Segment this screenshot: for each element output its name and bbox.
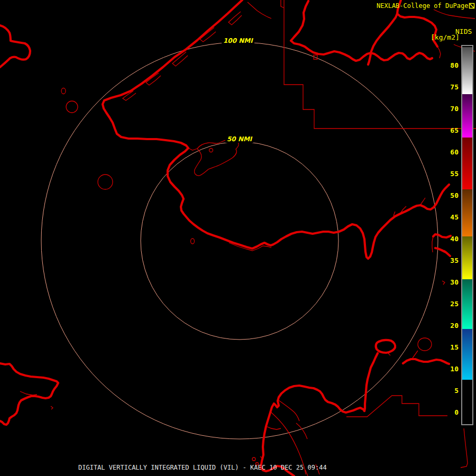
colorbar-tick-75: 75 (446, 83, 459, 91)
coastline-south-island (261, 386, 364, 476)
coastline-north-snake (291, 1, 432, 61)
colorbar-tick-65: 65 (446, 126, 459, 135)
colorbar-tick-35: 35 (446, 257, 459, 265)
product-title: DIGITAL VERTICALLY INTEGRATED LIQUID (VI… (78, 464, 327, 471)
small-lake (66, 101, 78, 113)
colorbar-segment-black (462, 380, 472, 423)
colorbar-segment-blue (462, 329, 472, 380)
small-lake (418, 338, 432, 351)
colorbar-segment-yellow (462, 236, 472, 279)
range-ring-100nmi (41, 42, 438, 439)
small-island (252, 457, 255, 461)
small-lake (98, 175, 113, 189)
colorbar-tick-15: 15 (446, 343, 459, 352)
colorbar-tick-40: 40 (446, 235, 459, 243)
barrier-island-details (123, 0, 317, 100)
colorbar-tick-0: 0 (446, 408, 459, 417)
radar-app: NEXLAB-College of DuPage NIDS [kg/m2] 10… (0, 0, 476, 476)
colorbar-segment-magenta (462, 94, 472, 138)
dupage-logo-icon (469, 2, 475, 9)
range-ring-50nmi (141, 142, 338, 340)
coastline-main (103, 0, 449, 259)
colorbar-tick-50: 50 (446, 191, 459, 200)
colorbar-tick-60: 60 (446, 148, 459, 157)
legend-units: [kg/m2] (431, 34, 460, 41)
colorbar (461, 45, 473, 425)
colorbar-tick-10: 10 (446, 365, 459, 373)
colorbar-segment-red (462, 138, 472, 189)
site-title: NEXLAB-College of DuPage (377, 3, 468, 10)
coastline-southwest-landmass (0, 363, 58, 425)
south-details (20, 243, 418, 476)
colorbar-segment-green (462, 279, 472, 329)
colorbar-gradient (462, 46, 472, 424)
small-lake (191, 239, 195, 244)
coastline-southeast-squiggle (403, 359, 449, 364)
colorbar-tick-55: 55 (446, 170, 459, 178)
state-boundary-southeast (346, 396, 447, 417)
coastlines-thick (0, 0, 451, 476)
colorbar-tick-25: 25 (446, 300, 459, 308)
radar-map (0, 0, 476, 476)
coastline-northwest-landmass (0, 25, 30, 67)
small-island-southeast (376, 340, 396, 353)
boundary-right-edge (461, 428, 468, 468)
colorbar-tick-30: 30 (446, 278, 459, 287)
colorbar-tick-70: 70 (446, 105, 459, 113)
colorbar-tick-80: 80 (446, 61, 459, 70)
coastline-island-connector (364, 353, 378, 411)
colorbar-segment-white (462, 47, 472, 94)
bay-outline (188, 140, 239, 176)
small-island (209, 149, 213, 152)
colorbar-tick-45: 45 (446, 213, 459, 222)
range-rings (41, 42, 438, 439)
coastline-detail-thin (20, 0, 475, 476)
colorbar-tick-20: 20 (446, 322, 459, 330)
coastline-northeast-hook (397, 14, 437, 47)
range-ring-label-100nmi: 100 NMI (222, 37, 254, 44)
range-ring-label-50nmi: 50 NMI (225, 135, 253, 143)
colorbar-tick-5: 5 (446, 387, 459, 395)
small-lake (61, 88, 66, 94)
colorbar-segment-orange (462, 189, 472, 236)
